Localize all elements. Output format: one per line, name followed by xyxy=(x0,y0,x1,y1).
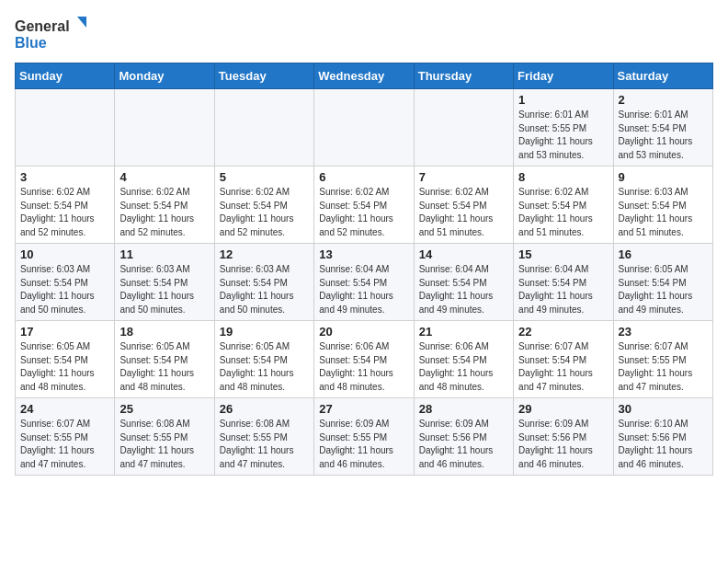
day-number: 14 xyxy=(419,247,508,261)
day-number: 4 xyxy=(119,170,209,184)
day-info: Sunrise: 6:02 AM Sunset: 5:54 PM Dayligh… xyxy=(518,186,608,239)
col-header-saturday: Saturday xyxy=(613,63,712,89)
col-header-wednesday: Wednesday xyxy=(314,63,414,89)
day-number: 21 xyxy=(419,325,508,339)
calendar-cell: 11Sunrise: 6:03 AM Sunset: 5:54 PM Dayli… xyxy=(115,244,214,321)
calendar-cell: 27Sunrise: 6:09 AM Sunset: 5:55 PM Dayli… xyxy=(314,398,414,476)
day-info: Sunrise: 6:09 AM Sunset: 5:55 PM Dayligh… xyxy=(319,418,408,471)
calendar-cell xyxy=(414,89,513,167)
calendar-page: General Blue SundayMondayTuesdayWednesda… xyxy=(0,0,728,483)
calendar-cell: 13Sunrise: 6:04 AM Sunset: 5:54 PM Dayli… xyxy=(314,244,414,321)
calendar-cell: 3Sunrise: 6:02 AM Sunset: 5:54 PM Daylig… xyxy=(16,167,115,244)
day-number: 18 xyxy=(119,325,209,339)
day-info: Sunrise: 6:03 AM Sunset: 5:54 PM Dayligh… xyxy=(619,186,708,239)
day-number: 12 xyxy=(220,247,309,261)
col-header-monday: Monday xyxy=(115,63,214,89)
day-info: Sunrise: 6:09 AM Sunset: 5:56 PM Dayligh… xyxy=(419,418,508,471)
day-info: Sunrise: 6:02 AM Sunset: 5:54 PM Dayligh… xyxy=(20,186,109,239)
calendar-cell: 5Sunrise: 6:02 AM Sunset: 5:54 PM Daylig… xyxy=(214,167,313,244)
week-row-5: 24Sunrise: 6:07 AM Sunset: 5:55 PM Dayli… xyxy=(16,398,713,476)
col-header-tuesday: Tuesday xyxy=(214,63,313,89)
calendar-cell: 25Sunrise: 6:08 AM Sunset: 5:55 PM Dayli… xyxy=(115,398,214,476)
day-info: Sunrise: 6:02 AM Sunset: 5:54 PM Dayligh… xyxy=(220,186,309,239)
day-info: Sunrise: 6:02 AM Sunset: 5:54 PM Dayligh… xyxy=(319,186,408,239)
day-info: Sunrise: 6:07 AM Sunset: 5:54 PM Dayligh… xyxy=(518,340,608,394)
calendar-cell: 28Sunrise: 6:09 AM Sunset: 5:56 PM Dayli… xyxy=(414,398,513,476)
calendar-cell: 9Sunrise: 6:03 AM Sunset: 5:54 PM Daylig… xyxy=(613,167,712,244)
calendar-cell: 24Sunrise: 6:07 AM Sunset: 5:55 PM Dayli… xyxy=(16,398,115,476)
day-info: Sunrise: 6:10 AM Sunset: 5:56 PM Dayligh… xyxy=(619,418,708,471)
day-number: 6 xyxy=(319,170,408,184)
calendar-cell: 17Sunrise: 6:05 AM Sunset: 5:54 PM Dayli… xyxy=(16,321,115,398)
day-number: 7 xyxy=(419,170,508,184)
day-info: Sunrise: 6:04 AM Sunset: 5:54 PM Dayligh… xyxy=(319,263,408,316)
day-number: 16 xyxy=(619,247,708,261)
calendar-cell: 30Sunrise: 6:10 AM Sunset: 5:56 PM Dayli… xyxy=(613,398,712,476)
calendar-cell: 26Sunrise: 6:08 AM Sunset: 5:55 PM Dayli… xyxy=(214,398,313,476)
day-info: Sunrise: 6:06 AM Sunset: 5:54 PM Dayligh… xyxy=(419,340,508,394)
day-info: Sunrise: 6:03 AM Sunset: 5:54 PM Dayligh… xyxy=(20,263,109,316)
svg-marker-1 xyxy=(77,17,86,28)
calendar-cell: 22Sunrise: 6:07 AM Sunset: 5:54 PM Dayli… xyxy=(514,321,613,398)
day-number: 20 xyxy=(319,325,408,339)
calendar-cell xyxy=(314,89,414,167)
calendar-cell: 16Sunrise: 6:05 AM Sunset: 5:54 PM Dayli… xyxy=(613,244,712,321)
day-number: 23 xyxy=(619,325,708,339)
calendar-cell: 10Sunrise: 6:03 AM Sunset: 5:54 PM Dayli… xyxy=(16,244,115,321)
calendar-table: SundayMondayTuesdayWednesdayThursdayFrid… xyxy=(15,63,713,476)
col-header-friday: Friday xyxy=(514,63,613,89)
calendar-cell xyxy=(214,89,313,167)
calendar-cell: 7Sunrise: 6:02 AM Sunset: 5:54 PM Daylig… xyxy=(414,167,513,244)
logo: General Blue xyxy=(15,15,88,52)
day-number: 9 xyxy=(619,170,708,184)
calendar-cell: 23Sunrise: 6:07 AM Sunset: 5:55 PM Dayli… xyxy=(613,321,712,398)
day-info: Sunrise: 6:05 AM Sunset: 5:54 PM Dayligh… xyxy=(119,340,209,394)
week-row-4: 17Sunrise: 6:05 AM Sunset: 5:54 PM Dayli… xyxy=(16,321,713,398)
calendar-cell: 12Sunrise: 6:03 AM Sunset: 5:54 PM Dayli… xyxy=(214,244,313,321)
day-info: Sunrise: 6:07 AM Sunset: 5:55 PM Dayligh… xyxy=(20,418,109,471)
calendar-cell: 18Sunrise: 6:05 AM Sunset: 5:54 PM Dayli… xyxy=(115,321,214,398)
svg-text:Blue: Blue xyxy=(15,35,47,51)
calendar-cell: 8Sunrise: 6:02 AM Sunset: 5:54 PM Daylig… xyxy=(514,167,613,244)
col-header-thursday: Thursday xyxy=(414,63,513,89)
header: General Blue xyxy=(15,15,713,52)
calendar-cell: 20Sunrise: 6:06 AM Sunset: 5:54 PM Dayli… xyxy=(314,321,414,398)
calendar-cell: 4Sunrise: 6:02 AM Sunset: 5:54 PM Daylig… xyxy=(115,167,214,244)
week-row-1: 1Sunrise: 6:01 AM Sunset: 5:55 PM Daylig… xyxy=(16,89,713,167)
calendar-cell: 6Sunrise: 6:02 AM Sunset: 5:54 PM Daylig… xyxy=(314,167,414,244)
day-number: 27 xyxy=(319,402,408,416)
calendar-cell: 19Sunrise: 6:05 AM Sunset: 5:54 PM Dayli… xyxy=(214,321,313,398)
day-number: 26 xyxy=(220,402,309,416)
day-info: Sunrise: 6:02 AM Sunset: 5:54 PM Dayligh… xyxy=(419,186,508,239)
day-info: Sunrise: 6:08 AM Sunset: 5:55 PM Dayligh… xyxy=(119,418,209,471)
day-number: 29 xyxy=(518,402,608,416)
calendar-cell xyxy=(115,89,214,167)
calendar-cell: 14Sunrise: 6:04 AM Sunset: 5:54 PM Dayli… xyxy=(414,244,513,321)
week-row-2: 3Sunrise: 6:02 AM Sunset: 5:54 PM Daylig… xyxy=(16,167,713,244)
day-number: 5 xyxy=(220,170,309,184)
day-number: 19 xyxy=(220,325,309,339)
day-number: 30 xyxy=(619,402,708,416)
day-number: 25 xyxy=(119,402,209,416)
col-header-sunday: Sunday xyxy=(16,63,115,89)
day-info: Sunrise: 6:03 AM Sunset: 5:54 PM Dayligh… xyxy=(119,263,209,316)
day-number: 8 xyxy=(518,170,608,184)
day-number: 2 xyxy=(619,93,708,107)
day-info: Sunrise: 6:01 AM Sunset: 5:54 PM Dayligh… xyxy=(619,109,708,162)
day-number: 1 xyxy=(518,93,608,107)
day-info: Sunrise: 6:04 AM Sunset: 5:54 PM Dayligh… xyxy=(419,263,508,316)
day-info: Sunrise: 6:05 AM Sunset: 5:54 PM Dayligh… xyxy=(20,340,109,394)
day-number: 13 xyxy=(319,247,408,261)
day-info: Sunrise: 6:05 AM Sunset: 5:54 PM Dayligh… xyxy=(619,263,708,316)
calendar-cell xyxy=(16,89,115,167)
calendar-cell: 15Sunrise: 6:04 AM Sunset: 5:54 PM Dayli… xyxy=(514,244,613,321)
day-info: Sunrise: 6:05 AM Sunset: 5:54 PM Dayligh… xyxy=(220,340,309,394)
day-number: 11 xyxy=(119,247,209,261)
logo-svg: General Blue xyxy=(15,15,88,52)
day-number: 15 xyxy=(518,247,608,261)
day-info: Sunrise: 6:09 AM Sunset: 5:56 PM Dayligh… xyxy=(518,418,608,471)
calendar-cell: 21Sunrise: 6:06 AM Sunset: 5:54 PM Dayli… xyxy=(414,321,513,398)
calendar-cell: 29Sunrise: 6:09 AM Sunset: 5:56 PM Dayli… xyxy=(514,398,613,476)
day-info: Sunrise: 6:08 AM Sunset: 5:55 PM Dayligh… xyxy=(220,418,309,471)
day-info: Sunrise: 6:06 AM Sunset: 5:54 PM Dayligh… xyxy=(319,340,408,394)
